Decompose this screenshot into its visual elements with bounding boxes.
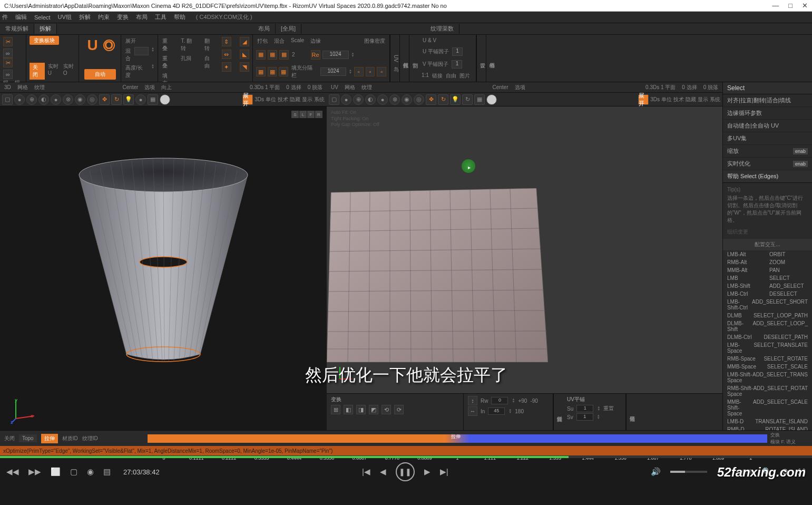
shade1-icon[interactable]: ▢ — [2, 94, 13, 105]
shade7-icon[interactable]: ◉ — [75, 94, 85, 105]
r2-icon[interactable]: ↔ — [468, 406, 477, 416]
subtab-layout-mode[interactable]: [全局] — [276, 24, 301, 34]
link-icon[interactable]: ∞ — [3, 48, 13, 58]
t3-icon[interactable]: ◨ — [356, 405, 366, 414]
menu-transform[interactable]: 变换 — [117, 13, 129, 21]
vpuv-tl5[interactable]: 显示 — [698, 96, 708, 103]
vp3d-tl5[interactable]: 显示 — [302, 96, 312, 103]
vtab-uvisland[interactable]: UV岛 — [390, 35, 399, 82]
menu-constraint[interactable]: 约束 — [98, 13, 110, 21]
corner-r[interactable]: R — [315, 111, 322, 118]
unfold-o-button[interactable]: O — [103, 40, 115, 51]
uv-b2[interactable]: 自由 — [446, 72, 456, 80]
vpuv-tl6[interactable]: 系统 — [710, 96, 720, 103]
corner-s[interactable]: S — [291, 111, 299, 118]
shade6-icon[interactable]: ⊗ — [63, 94, 73, 105]
prev-icon[interactable]: |◀ — [362, 467, 370, 477]
minimize-button[interactable]: — — [772, 2, 779, 9]
flip-c3-1[interactable]: 自由 — [203, 54, 213, 70]
scissors2-icon[interactable]: ✂ — [3, 58, 13, 67]
t5-icon[interactable]: ⟲ — [381, 405, 391, 414]
uvwhite-icon[interactable] — [486, 94, 497, 105]
shade8-icon[interactable]: ◎ — [87, 94, 97, 105]
rp-item-autoseam[interactable]: 自动缝合|全自动 UV — [723, 120, 812, 132]
shade3-icon[interactable]: ⊕ — [26, 94, 37, 105]
vp3d-h6[interactable]: 向上 — [161, 84, 172, 91]
flip-c3-0[interactable]: 翻转 — [203, 37, 213, 53]
vpuv-tl3[interactable]: 技术 — [673, 96, 684, 103]
next-icon[interactable]: ▶| — [440, 467, 448, 477]
rp-config-button[interactable]: 配置交互... — [723, 239, 812, 250]
gb-topo[interactable]: Topo — [19, 434, 37, 442]
uvshade6-icon[interactable]: ⊗ — [389, 94, 400, 105]
uvshade2-icon[interactable]: ● — [341, 94, 351, 105]
rp-item-align[interactable]: 对齐|拉直|翻转|适合|填线 — [723, 94, 812, 107]
angle3-icon[interactable]: ◥ — [240, 62, 249, 72]
vtab-settings[interactable]: 设置 — [476, 35, 486, 82]
su-input[interactable]: 1 — [576, 405, 593, 412]
t6-icon[interactable]: ⟳ — [394, 405, 404, 414]
vtab-tile[interactable]: 平铺属性 — [626, 394, 635, 430]
vp3d-tl2[interactable]: 单位 — [266, 96, 276, 103]
t2-icon[interactable]: ◧ — [344, 405, 353, 414]
arrow-v-icon[interactable]: ⇕ — [222, 37, 231, 46]
uv-item1[interactable]: V 平铺因子 — [422, 60, 449, 69]
m2-icon[interactable]: ▫ — [366, 67, 375, 76]
volume-slider[interactable] — [670, 471, 707, 473]
mix-value[interactable] — [134, 47, 149, 55]
vp3d-tl6[interactable]: 系统 — [314, 96, 325, 103]
uv-val0[interactable]: 1 — [452, 47, 463, 56]
re-icon[interactable]: Re — [311, 50, 320, 60]
r1-icon[interactable]: ↕ — [468, 396, 477, 405]
vp3d-h1[interactable]: 网格 — [17, 84, 28, 91]
uv-b3[interactable]: 图片 — [459, 72, 470, 80]
uv-b1[interactable]: 链接 — [432, 72, 443, 80]
gb-close[interactable]: 关闭 — [4, 435, 15, 442]
unfold-u-button[interactable]: U — [85, 37, 100, 54]
uvrotate-icon[interactable]: ↻ — [438, 94, 448, 105]
uvrefresh-icon[interactable]: ↻ — [462, 94, 473, 105]
uv-item0[interactable]: U 平铺因子 — [422, 47, 450, 56]
g2-realtime-o[interactable]: 实时O — [63, 63, 75, 80]
gb-stretch[interactable]: 拉伸 — [41, 434, 58, 443]
flip-c2-1[interactable]: 孔洞 — [180, 54, 194, 63]
scissors-icon[interactable]: ✂ — [3, 37, 13, 46]
light-icon[interactable]: 💡 — [123, 94, 134, 105]
sphere-b-icon[interactable]: ● — [135, 94, 146, 105]
uv-val1[interactable]: 1 — [452, 60, 462, 69]
res2-input[interactable]: 1024 — [320, 67, 346, 76]
transform-block-button[interactable]: 变换板块 — [30, 36, 59, 45]
rp-item-edgeloop[interactable]: 边缘循环参数 — [723, 107, 812, 120]
link2-icon[interactable]: ∞ — [3, 70, 13, 79]
play-pause-button[interactable]: ❚❚ — [396, 462, 415, 481]
menu-tools[interactable]: 工具 — [155, 13, 167, 21]
white-sphere-icon[interactable] — [160, 94, 170, 105]
pack-l3[interactable]: 边缘 — [309, 37, 322, 45]
opt-hl[interactable]: 高度/长度 — [124, 64, 149, 80]
close-button[interactable]: ✕ — [802, 2, 808, 9]
screenshot-icon[interactable]: ▢ — [70, 467, 77, 477]
vpuv-h5[interactable]: 选项 — [515, 84, 525, 91]
camera-icon[interactable]: ◉ — [87, 467, 94, 477]
vp3d-tl3[interactable]: 技术 — [278, 96, 288, 103]
pack-l2[interactable]: Scale — [290, 37, 305, 45]
subtab-normal[interactable]: 常规拆解 — [0, 24, 34, 34]
grid3-icon[interactable]: ▦ — [279, 50, 289, 60]
rotate-icon[interactable]: ↻ — [111, 94, 122, 105]
sv-input[interactable]: 1 — [576, 413, 593, 421]
shade5-icon[interactable]: ● — [51, 94, 61, 105]
menu-select[interactable]: Select — [34, 14, 51, 21]
t4-icon[interactable]: ◩ — [369, 405, 378, 414]
grid-t-icon[interactable]: ▦ — [148, 94, 158, 105]
stop-icon[interactable]: ⬜ — [51, 467, 61, 477]
grid1-icon[interactable]: ▦ — [256, 50, 266, 60]
vpuv-h4[interactable]: Center — [492, 84, 508, 90]
menu-help[interactable]: 帮助 — [174, 13, 185, 21]
vpuv-tl1[interactable]: 3Ds — [650, 96, 660, 102]
gb-r0[interactable]: 交换 — [770, 432, 809, 439]
vtab-cut[interactable]: 切割 — [409, 35, 418, 82]
vpuv-h3[interactable]: 纹理 — [361, 84, 372, 91]
uvgrid-t-icon[interactable]: ▦ — [474, 94, 485, 105]
vpuv-tl0[interactable]: 展开 — [638, 94, 649, 105]
pack-l1[interactable]: 混合 — [273, 37, 286, 45]
